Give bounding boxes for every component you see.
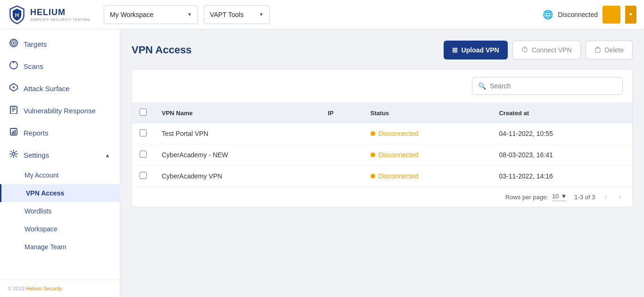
logo-tagline: SIMPLIFY SECURITY TESTING	[30, 17, 91, 22]
svg-rect-14	[13, 131, 14, 134]
header-checkbox-col	[132, 103, 154, 123]
sidebar-sub-item-wordlists[interactable]: Wordlists	[0, 202, 120, 220]
delete-button[interactable]: Delete	[586, 41, 633, 59]
connect-vpn-button[interactable]: Connect VPN	[512, 41, 581, 59]
delete-icon	[594, 46, 601, 54]
sidebar-item-vulnerability-response[interactable]: Vulnerability Response	[0, 100, 120, 122]
targets-icon	[9, 39, 18, 50]
sidebar-sub-item-workspace[interactable]: Workspace	[0, 220, 120, 238]
workspace-dropdown[interactable]: My Workspace ▼	[104, 5, 198, 24]
search-box[interactable]: 🔍	[472, 77, 623, 95]
settings-label: Settings	[24, 151, 49, 159]
rows-per-page-select[interactable]: 10 ▼	[552, 193, 567, 201]
svg-rect-8	[10, 106, 17, 114]
sidebar-item-targets[interactable]: Targets	[0, 33, 120, 55]
row-checkbox-2[interactable]	[140, 172, 147, 179]
disconnected-status: Disconnected	[558, 11, 598, 18]
row-ip	[320, 123, 363, 144]
rows-per-page-value: 10	[552, 193, 559, 200]
sidebar-item-scans[interactable]: Scans	[0, 55, 120, 77]
sidebar-item-settings[interactable]: Settings ▲	[0, 144, 120, 166]
status-text: Disconnected	[379, 172, 419, 180]
upload-icon: ⊞	[452, 46, 458, 54]
row-ip	[320, 144, 363, 166]
row-status: Disconnected	[363, 144, 492, 166]
row-checkbox-1[interactable]	[140, 151, 147, 158]
main-layout: Targets Scans Attack Surface Vulnerabili…	[0, 29, 644, 297]
header-ip: IP	[320, 103, 363, 123]
row-vpn-name: CyberAcademy - NEW	[154, 144, 320, 166]
row-created-at: 03-11-2022, 14:16	[491, 166, 632, 187]
status-dot	[371, 174, 375, 178]
settings-expand-icon: ▲	[105, 152, 110, 159]
vapt-label: VAPT Tools	[210, 11, 244, 18]
sidebar-footer: © 2023 Helium Security	[0, 280, 120, 297]
sidebar: Targets Scans Attack Surface Vulnerabili…	[0, 29, 120, 297]
delete-label: Delete	[605, 46, 624, 54]
table-row: CyberAcademy VPN Disconnected 03-11-2022…	[132, 166, 632, 187]
table-row: CyberAcademy - NEW Disconnected 08-03-20…	[132, 144, 632, 166]
vpn-access-label: VPN Access	[26, 189, 64, 197]
row-checkbox-cell	[132, 144, 154, 166]
header-vpn-name: VPN Name	[154, 103, 320, 123]
attack-surface-icon	[9, 83, 18, 94]
status-text: Disconnected	[379, 151, 419, 159]
pagination-next-button[interactable]: ›	[617, 193, 623, 201]
wordlists-label: Wordlists	[25, 207, 51, 215]
header-created-at: Created at	[491, 103, 632, 123]
vulnerability-icon	[9, 105, 18, 116]
vpn-caret-button[interactable]: ▼	[625, 6, 636, 24]
footer-text: © 2023	[8, 286, 26, 291]
vpn-status-button[interactable]	[603, 6, 620, 24]
row-checkbox-0[interactable]	[140, 129, 147, 136]
header-status: Status	[363, 103, 492, 123]
workspace-label: My Workspace	[110, 11, 153, 18]
search-input[interactable]	[490, 82, 617, 90]
select-all-checkbox[interactable]	[140, 109, 147, 116]
status-dot	[371, 131, 375, 136]
table-footer: Rows per page: 10 ▼ 1-3 of 3 ‹ ›	[132, 187, 632, 207]
topnav-right: 🌐 Disconnected ▼	[543, 6, 636, 24]
sidebar-item-attack-surface[interactable]: Attack Surface	[0, 77, 120, 100]
connect-icon	[521, 46, 528, 54]
attack-surface-label: Attack Surface	[24, 85, 70, 93]
row-created-at: 08-03-2023, 16:41	[491, 144, 632, 166]
settings-left: Settings	[9, 150, 49, 161]
logo-name: HELIUM	[30, 8, 91, 17]
row-ip	[320, 166, 363, 187]
rows-per-page-label: Rows per page:	[505, 194, 548, 201]
sidebar-sub-item-vpn-access[interactable]: VPN Access	[0, 184, 120, 202]
table-row: Test Portal VPN Disconnected 04-11-2022,…	[132, 123, 632, 144]
svg-text:H: H	[15, 12, 19, 18]
sidebar-sub-item-my-account[interactable]: My Account	[0, 166, 120, 184]
helium-logo-icon: H	[8, 5, 26, 24]
row-created-at: 04-11-2022, 10:55	[491, 123, 632, 144]
rows-per-page-control: Rows per page: 10 ▼	[505, 193, 567, 201]
svg-rect-13	[12, 132, 13, 134]
topnav: H HELIUM SIMPLIFY SECURITY TESTING My Wo…	[0, 0, 644, 29]
upload-vpn-button[interactable]: ⊞ Upload VPN	[444, 41, 508, 59]
page-title: VPN Access	[132, 44, 192, 56]
svg-point-7	[13, 86, 15, 88]
vapt-dropdown[interactable]: VAPT Tools ▼	[204, 5, 270, 24]
scans-label: Scans	[24, 62, 43, 70]
my-account-label: My Account	[25, 171, 58, 179]
targets-label: Targets	[24, 40, 47, 48]
pagination-prev-button[interactable]: ‹	[603, 193, 609, 201]
svg-rect-15	[15, 130, 16, 134]
reports-icon	[9, 127, 18, 138]
workspace-dropdown-arrow: ▼	[187, 12, 192, 17]
footer-link[interactable]: Helium Security	[26, 286, 62, 291]
settings-sub-menu: My Account VPN Access Wordlists Workspac…	[0, 166, 120, 256]
page-header: VPN Access ⊞ Upload VPN Connect VPN De	[132, 41, 633, 59]
row-status: Disconnected	[363, 166, 492, 187]
upload-vpn-label: Upload VPN	[462, 46, 499, 54]
row-checkbox-cell	[132, 166, 154, 187]
manage-team-label: Manage Team	[25, 243, 66, 251]
sidebar-sub-item-manage-team[interactable]: Manage Team	[0, 238, 120, 256]
status-text: Disconnected	[379, 130, 419, 137]
svg-point-16	[12, 153, 15, 155]
sidebar-item-reports[interactable]: Reports	[0, 122, 120, 144]
table-header-row: VPN Name IP Status Created at	[132, 103, 632, 123]
pagination-info: 1-3 of 3	[574, 194, 595, 201]
